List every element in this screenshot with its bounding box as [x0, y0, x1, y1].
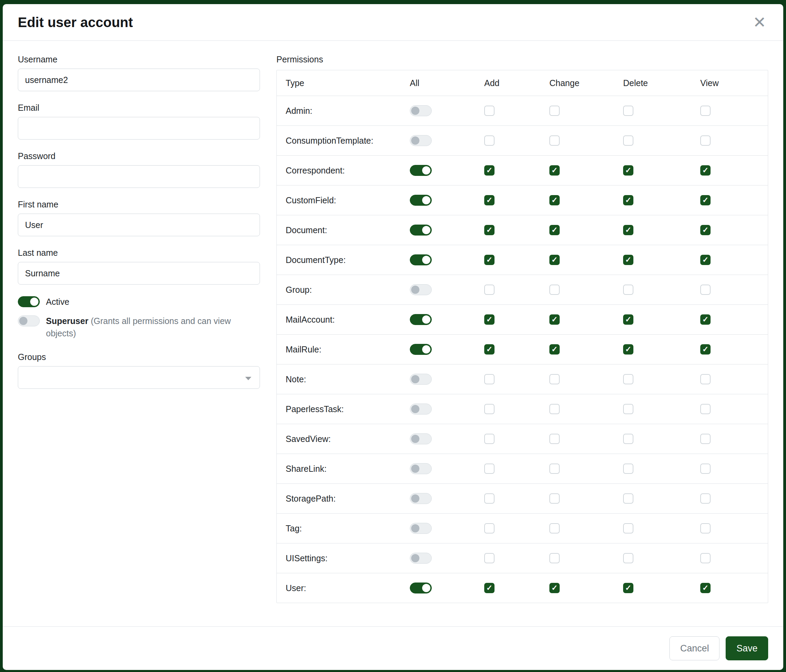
permission-add-checkbox[interactable] [484, 553, 495, 563]
permission-all-toggle[interactable] [410, 314, 432, 325]
permission-change-checkbox[interactable] [549, 284, 560, 295]
permission-view-checkbox[interactable]: ✓ [700, 344, 711, 355]
permission-all-toggle[interactable] [410, 344, 432, 355]
permission-change-checkbox[interactable] [549, 404, 560, 414]
permission-view-checkbox[interactable] [700, 463, 711, 474]
permission-add-checkbox[interactable]: ✓ [484, 344, 495, 355]
permission-add-checkbox[interactable] [484, 135, 495, 146]
permission-change-checkbox[interactable] [549, 434, 560, 444]
superuser-toggle[interactable] [18, 316, 40, 327]
permission-all-toggle[interactable] [410, 254, 432, 265]
permission-change-checkbox[interactable]: ✓ [549, 583, 560, 593]
permission-delete-checkbox[interactable]: ✓ [623, 255, 634, 265]
permission-change-checkbox[interactable]: ✓ [549, 255, 560, 265]
permission-add-checkbox[interactable]: ✓ [484, 255, 495, 265]
permission-all-toggle[interactable] [410, 105, 432, 116]
permission-delete-checkbox[interactable] [623, 463, 634, 474]
permission-add-checkbox[interactable] [484, 434, 495, 444]
permission-add-checkbox[interactable] [484, 284, 495, 295]
last-name-field[interactable] [18, 262, 260, 284]
permission-delete-checkbox[interactable]: ✓ [623, 344, 634, 355]
permission-delete-checkbox[interactable]: ✓ [623, 225, 634, 235]
permission-change-checkbox[interactable] [549, 463, 560, 474]
permission-view-checkbox[interactable] [700, 105, 711, 116]
permission-delete-checkbox[interactable] [623, 434, 634, 444]
permission-delete-checkbox[interactable] [623, 135, 634, 146]
save-button[interactable]: Save [726, 636, 768, 660]
permission-all-toggle[interactable] [410, 404, 432, 415]
permission-change-checkbox[interactable] [549, 374, 560, 384]
permission-change-checkbox[interactable]: ✓ [549, 165, 560, 176]
permission-view-checkbox[interactable]: ✓ [700, 583, 711, 593]
permission-view-checkbox[interactable] [700, 553, 711, 563]
permission-delete-checkbox[interactable]: ✓ [623, 583, 634, 593]
first-name-field[interactable] [18, 214, 260, 236]
permission-delete-checkbox[interactable] [623, 284, 634, 295]
permission-delete-checkbox[interactable] [623, 105, 634, 116]
permission-delete-checkbox[interactable]: ✓ [623, 195, 634, 206]
password-field[interactable] [18, 165, 260, 188]
permission-all-toggle[interactable] [410, 523, 432, 534]
permission-delete-checkbox[interactable]: ✓ [623, 165, 634, 176]
permission-all-toggle[interactable] [410, 553, 432, 564]
permission-change-checkbox[interactable] [549, 493, 560, 504]
permission-delete-checkbox[interactable] [623, 553, 634, 563]
permission-all-toggle[interactable] [410, 583, 432, 593]
permission-all-toggle[interactable] [410, 165, 432, 176]
permission-add-checkbox[interactable]: ✓ [484, 225, 495, 235]
permission-view-checkbox[interactable] [700, 493, 711, 504]
permission-add-checkbox[interactable]: ✓ [484, 195, 495, 206]
permission-view-checkbox[interactable] [700, 284, 711, 295]
permission-change-checkbox[interactable]: ✓ [549, 344, 560, 355]
permission-delete-checkbox[interactable] [623, 404, 634, 414]
permission-add-checkbox[interactable] [484, 463, 495, 474]
permission-all-toggle[interactable] [410, 463, 432, 474]
permission-add-checkbox[interactable] [484, 105, 495, 116]
permission-change-checkbox[interactable] [549, 523, 560, 534]
permission-all-toggle[interactable] [410, 493, 432, 504]
permission-all-toggle[interactable] [410, 135, 432, 146]
permission-change-checkbox[interactable] [549, 553, 560, 563]
permission-add-checkbox[interactable] [484, 374, 495, 384]
username-label: Username [18, 55, 260, 64]
permission-all-toggle[interactable] [410, 374, 432, 385]
permission-view-checkbox[interactable]: ✓ [700, 195, 711, 206]
permission-add-checkbox[interactable]: ✓ [484, 314, 495, 325]
permission-all-toggle[interactable] [410, 284, 432, 295]
permission-change-checkbox[interactable] [549, 135, 560, 146]
permission-delete-checkbox[interactable] [623, 523, 634, 534]
permission-view-checkbox[interactable] [700, 523, 711, 534]
active-toggle[interactable] [18, 296, 40, 307]
permission-all-toggle[interactable] [410, 225, 432, 236]
permission-view-checkbox[interactable] [700, 135, 711, 146]
permission-change-checkbox[interactable] [549, 105, 560, 116]
permission-view-checkbox[interactable]: ✓ [700, 314, 711, 325]
permission-view-checkbox[interactable] [700, 434, 711, 444]
permission-view-checkbox[interactable]: ✓ [700, 225, 711, 235]
permission-delete-checkbox[interactable] [623, 374, 634, 384]
permission-add-checkbox[interactable] [484, 523, 495, 534]
permission-add-checkbox[interactable]: ✓ [484, 165, 495, 176]
permission-change-checkbox[interactable]: ✓ [549, 314, 560, 325]
toggle-knob [30, 298, 38, 306]
permission-add-checkbox[interactable]: ✓ [484, 583, 495, 593]
permission-add-checkbox[interactable] [484, 404, 495, 414]
permission-all-toggle[interactable] [410, 433, 432, 444]
permission-view-checkbox[interactable] [700, 404, 711, 414]
permission-view-checkbox[interactable]: ✓ [700, 255, 711, 265]
permission-all-toggle[interactable] [410, 195, 432, 206]
email-field[interactable] [18, 117, 260, 140]
cancel-button[interactable]: Cancel [670, 636, 720, 660]
permission-add-checkbox[interactable] [484, 493, 495, 504]
permission-view-checkbox[interactable]: ✓ [700, 165, 711, 176]
username-input[interactable] [18, 69, 260, 91]
permission-delete-checkbox[interactable] [623, 493, 634, 504]
permission-change-checkbox[interactable]: ✓ [549, 225, 560, 235]
groups-select[interactable] [18, 366, 260, 389]
permission-delete-checkbox[interactable]: ✓ [623, 314, 634, 325]
permission-row: Tag: [277, 513, 768, 543]
close-icon[interactable]: ✕ [751, 14, 768, 30]
permission-view-checkbox[interactable] [700, 374, 711, 384]
toggle-knob [411, 107, 420, 115]
permission-change-checkbox[interactable]: ✓ [549, 195, 560, 206]
